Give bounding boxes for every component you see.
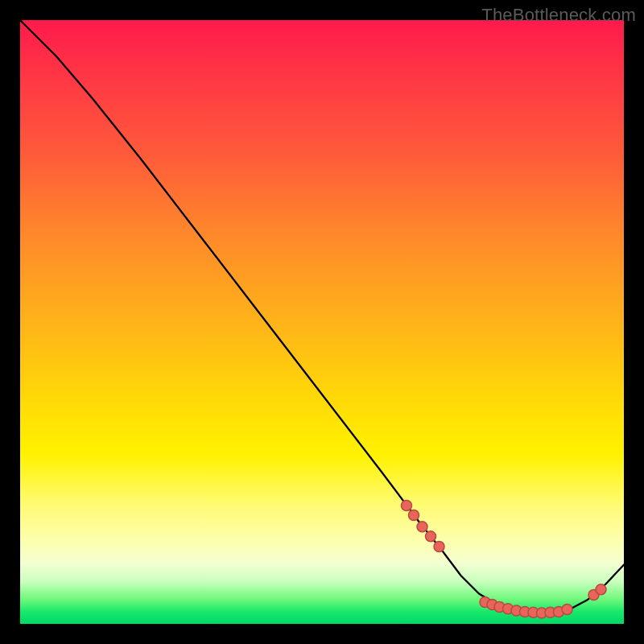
- watermark-text: TheBottleneck.com: [481, 5, 636, 26]
- bottleneck-curve: [20, 20, 624, 613]
- chart-frame: TheBottleneck.com: [0, 0, 644, 644]
- data-marker: [562, 605, 572, 615]
- data-marker: [434, 542, 444, 552]
- data-marker: [426, 531, 436, 542]
- data-marker: [596, 584, 606, 595]
- chart-svg: [20, 20, 624, 624]
- data-marker: [402, 501, 412, 511]
- chart-plot-area: [20, 20, 624, 624]
- data-markers: [402, 501, 607, 619]
- data-marker: [417, 522, 427, 532]
- data-marker: [409, 510, 419, 521]
